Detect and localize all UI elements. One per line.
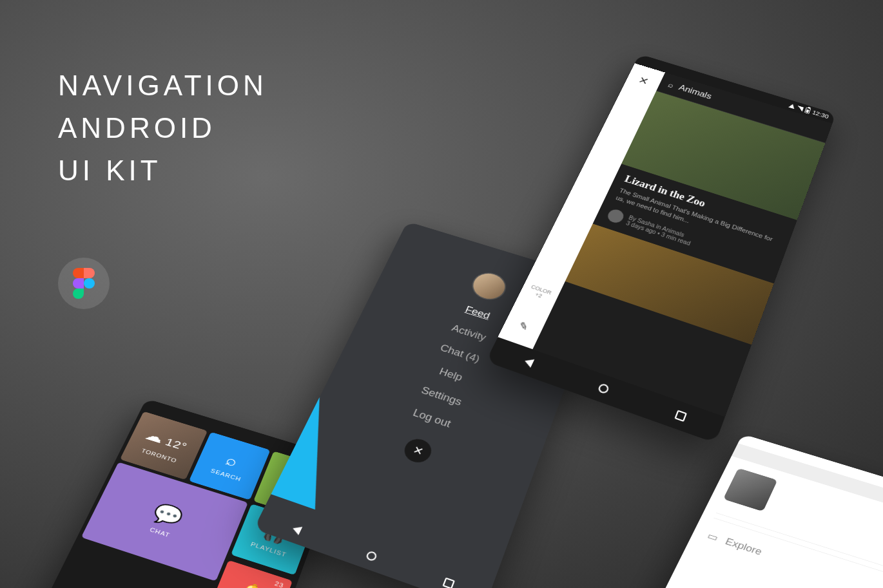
menu-item-settings[interactable]: Settings — [420, 384, 463, 408]
brush-icon[interactable]: ✎ — [503, 315, 543, 337]
back-icon[interactable] — [523, 357, 534, 368]
weather-temp: 12° — [163, 436, 189, 454]
signal-icon — [797, 106, 804, 111]
figma-icon — [73, 268, 95, 299]
menu-item-activity[interactable]: Activity — [450, 323, 488, 343]
hero-title: NAVIGATION ANDROID UI KIT — [58, 64, 267, 192]
figma-badge — [58, 258, 110, 309]
recents-icon[interactable] — [443, 578, 456, 588]
explore-label: Explore — [724, 536, 764, 557]
search-icon: ⌕ — [223, 451, 240, 470]
tile-label: CHAT — [149, 526, 171, 538]
close-icon: ✕ — [411, 443, 425, 458]
search-icon: ⌕ — [667, 81, 675, 90]
battery-icon — [804, 108, 811, 114]
color-filter-label[interactable]: COLOR +2 — [520, 281, 559, 304]
home-icon[interactable] — [597, 383, 610, 394]
recents-icon[interactable] — [675, 410, 688, 422]
title-line-1: NAVIGATION — [58, 64, 267, 107]
tile-label: SEARCH — [210, 468, 242, 482]
home-icon[interactable] — [365, 550, 378, 562]
menu-item-chat[interactable]: Chat (4) — [438, 343, 481, 365]
phone-light-mockup: 12:30 ✕ ▭ Explore — [589, 434, 883, 588]
bell-icon: 🔔 — [237, 580, 267, 588]
menu-item-help[interactable]: Help — [438, 366, 464, 383]
wifi-icon — [789, 103, 796, 109]
back-icon[interactable] — [291, 524, 302, 535]
profile-avatar[interactable] — [723, 468, 778, 512]
menu-item-logout[interactable]: Log out — [411, 407, 452, 430]
author-avatar — [606, 207, 626, 224]
menu-item-feed[interactable]: Feed — [463, 304, 491, 321]
rain-icon: ☁ — [142, 426, 167, 446]
avatar[interactable] — [467, 269, 510, 303]
calendar-icon: ▭ — [705, 530, 720, 544]
chat-icon: 💬 — [149, 500, 186, 531]
title-line-2: ANDROID — [58, 107, 267, 149]
title-line-3: UI KIT — [58, 149, 267, 192]
close-button[interactable]: ✕ — [401, 436, 435, 466]
alerts-badge: 23 — [274, 580, 285, 588]
